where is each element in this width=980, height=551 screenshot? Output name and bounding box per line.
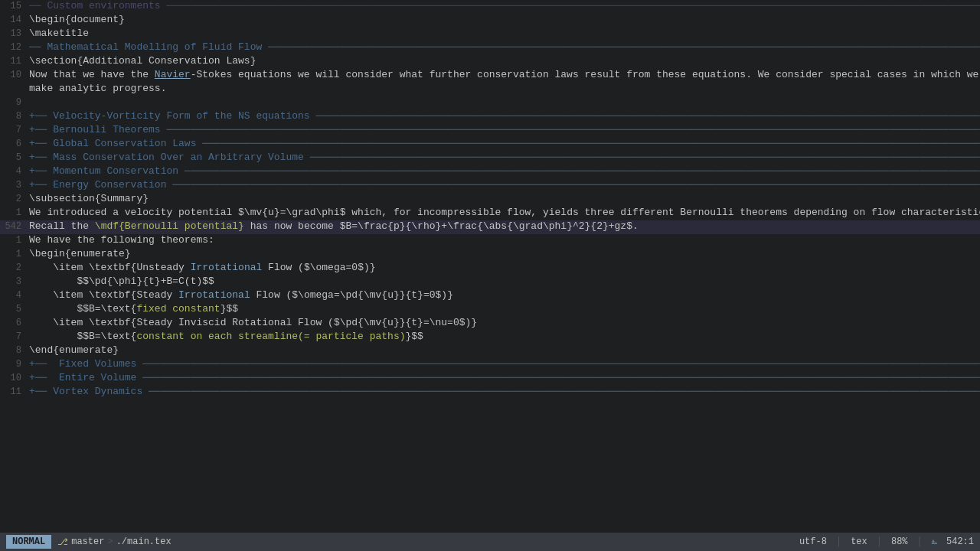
line-15: 15 ── Custom environments ──────────────… — [0, 0, 980, 14]
editor-area: 15 ── Custom environments ──────────────… — [0, 0, 980, 533]
line-2-subsection: 2 \subsection{Summary} — [0, 193, 980, 207]
branch-name: master — [71, 536, 104, 547]
branch-icon: ⎇ — [57, 536, 68, 548]
line-item1: 2 \item \textbf{Unsteady Irrotational Fl… — [0, 262, 980, 276]
mode-indicator: NORMAL — [6, 535, 51, 549]
cursor-icon: ⎁ — [932, 536, 937, 548]
line-10-fold: 10 +── Entire Volume ───────────────────… — [0, 372, 980, 386]
line-enum-end: 8 \end{enumerate} — [0, 344, 980, 358]
line-11-fold: 11 +── Vortex Dynamics ─────────────────… — [0, 386, 980, 399]
scroll-percent: 88% — [891, 536, 908, 548]
line-9-fold: 9 +── Fixed Volumes ────────────────────… — [0, 358, 980, 372]
line-3-fold: 3 +── Energy Conservation ──────────────… — [0, 179, 980, 193]
line-12: 12 ── Mathematical Modelling of Fluid Fl… — [0, 41, 980, 55]
cursor-position: 542:1 — [946, 536, 974, 548]
status-right: utf-8 │ tex │ 88% │ ⎁ 542:1 — [799, 536, 974, 548]
line-542: 542 Recall the \mdf{Bernoulli potential}… — [0, 220, 980, 234]
line-1-text: 1 We introduced a velocity potential $\m… — [0, 207, 980, 220]
line-10b: make analytic progress. — [0, 83, 980, 96]
line-4-fold: 4 +── Momentum Conservation ────────────… — [0, 165, 980, 179]
line-item1b: 3 $$\pd{\phi}{t}+B=C(t)$$ — [0, 276, 980, 289]
line-7-fold: 7 +── Bernoulli Theorems ───────────────… — [0, 124, 980, 138]
line-8-fold: 8 +── Velocity-Vorticity Form of the NS … — [0, 110, 980, 124]
filepath: ./main.tex — [116, 536, 172, 547]
line-enum-begin: 1 \begin{enumerate} — [0, 248, 980, 262]
line-item3b: 7 $$B=\text{constant on each streamline(… — [0, 331, 980, 344]
line-6-fold: 6 +── Global Conservation Laws ─────────… — [0, 138, 980, 152]
line-11: 11 \section{Additional Conservation Laws… — [0, 55, 980, 69]
filetype: tex — [851, 536, 867, 548]
encoding: utf-8 — [799, 536, 827, 548]
line-9: 9 — [0, 96, 980, 110]
line-10: 10 Now that we have the Navier-Stokes eq… — [0, 69, 980, 83]
line-item3: 6 \item \textbf{Steady Inviscid Rotation… — [0, 317, 980, 331]
status-bar: NORMAL ⎇ master > ./main.tex utf-8 │ tex… — [0, 533, 980, 551]
line-14: 14 \begin{document} — [0, 14, 980, 28]
line-13: 13 \maketitle — [0, 28, 980, 41]
line-item2: 4 \item \textbf{Steady Irrotational Flow… — [0, 289, 980, 303]
line-5-fold: 5 +── Mass Conservation Over an Arbitrar… — [0, 152, 980, 165]
line-1-text2: 1 We have the following theorems: — [0, 234, 980, 248]
line-item2b: 5 $$B=\text{fixed constant}$$ — [0, 303, 980, 317]
